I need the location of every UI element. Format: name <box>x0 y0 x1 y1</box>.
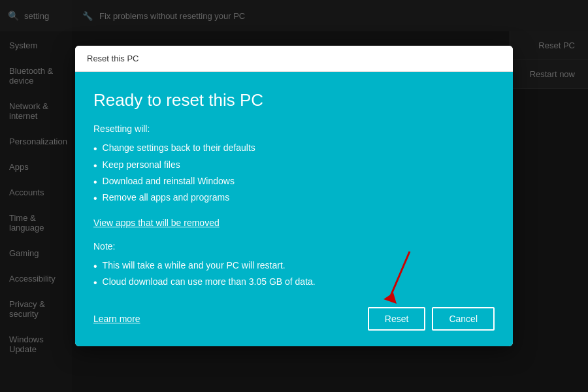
cancel-button[interactable]: Cancel <box>432 307 495 331</box>
learn-more-link[interactable]: Learn more <box>93 314 140 324</box>
list-item-text: Cloud download can use more than 3.05 GB… <box>103 276 316 287</box>
reset-button[interactable]: Reset <box>368 307 426 331</box>
list-item: Remove all apps and programs <box>93 190 495 206</box>
modal-overlay: Reset this PC Ready to reset this PC Res… <box>0 0 588 392</box>
modal-title-bar: Reset this PC <box>75 46 513 72</box>
modal-heading: Ready to reset this PC <box>93 90 495 110</box>
modal-footer: Learn more Reset Cancel <box>93 307 495 331</box>
footer-buttons: Reset Cancel <box>368 307 495 331</box>
list-item: Cloud download can use more than 3.05 GB… <box>93 274 495 291</box>
resetting-will-label: Resetting will: <box>93 123 495 134</box>
list-item: Keep personal files <box>93 157 495 174</box>
list-item-text: Change settings back to their defaults <box>103 142 255 153</box>
list-item: Change settings back to their defaults <box>93 140 495 157</box>
list-item-text: Remove all apps and programs <box>103 192 230 203</box>
modal-body: Ready to reset this PC Resetting will: C… <box>75 72 513 346</box>
resetting-list: Change settings back to their defaults K… <box>93 140 495 206</box>
list-item-text: Download and reinstall Windows <box>103 176 235 186</box>
view-apps-link[interactable]: View apps that will be removed <box>93 218 220 228</box>
reset-modal: Reset this PC Ready to reset this PC Res… <box>75 46 513 346</box>
list-item: Download and reinstall Windows <box>93 174 495 190</box>
svg-marker-1 <box>384 293 397 304</box>
note-label: Note: <box>93 241 495 252</box>
list-item-text: Keep personal files <box>103 159 180 170</box>
list-item-text: This will take a while and your PC will … <box>103 260 286 270</box>
modal-title: Reset this PC <box>87 54 139 63</box>
note-list: This will take a while and your PC will … <box>93 258 495 291</box>
list-item: This will take a while and your PC will … <box>93 258 495 274</box>
